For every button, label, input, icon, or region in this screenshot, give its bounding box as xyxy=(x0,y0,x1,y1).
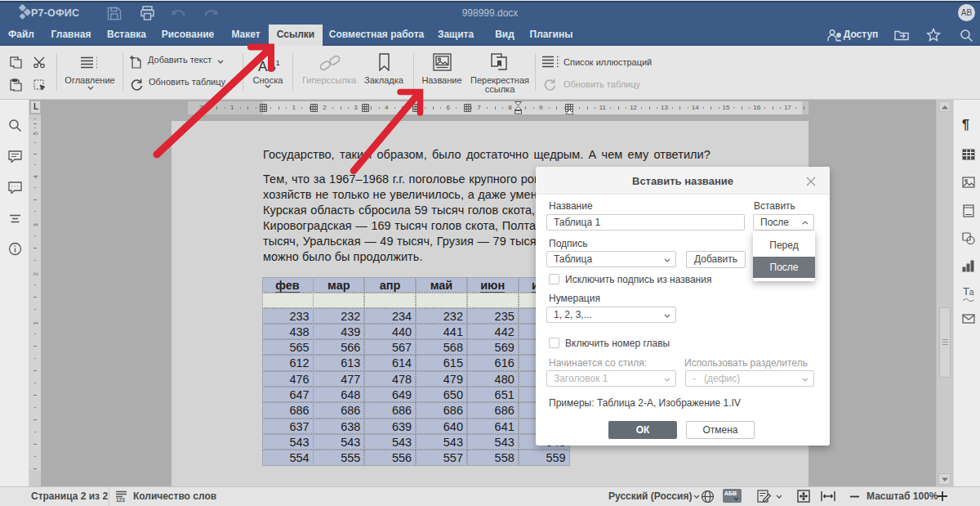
svg-text:123: 123 xyxy=(116,497,125,503)
